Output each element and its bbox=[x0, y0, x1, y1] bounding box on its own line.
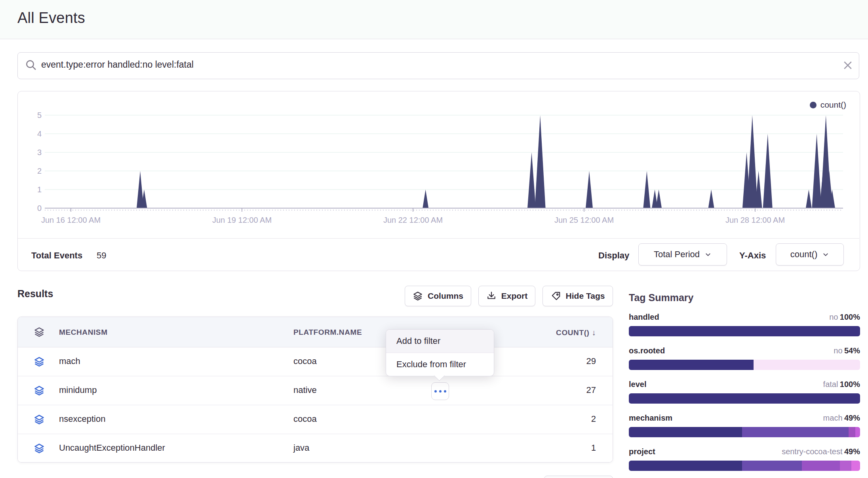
total-events-label: Total Events bbox=[31, 250, 82, 261]
tag-bar-segment[interactable] bbox=[629, 326, 860, 336]
cell-count[interactable]: 27 bbox=[586, 385, 596, 395]
hide-tags-button-label: Hide Tags bbox=[566, 291, 605, 301]
cell-platform[interactable]: java bbox=[293, 443, 309, 453]
cell-platform[interactable]: cocoa bbox=[293, 414, 317, 424]
tag-bar-segment[interactable] bbox=[629, 427, 742, 437]
menu-item-add-to-filter[interactable]: Add to filter bbox=[386, 330, 494, 353]
tag-bar-segment[interactable] bbox=[742, 461, 802, 471]
tag-name: os.rooted bbox=[629, 346, 665, 355]
tag-bar[interactable] bbox=[629, 326, 860, 336]
tag-top-value: mach bbox=[823, 414, 843, 422]
ellipsis-dot bbox=[444, 390, 446, 393]
table-row[interactable]: minidumpnative27 bbox=[18, 376, 613, 405]
display-dropdown[interactable]: Total Period bbox=[638, 243, 727, 266]
tag-name: level bbox=[629, 380, 646, 389]
events-chart-panel: count() 012345 Jun 16 12:00 AMJun 19 12:… bbox=[17, 91, 860, 271]
table-row[interactable]: nsexceptioncocoa2 bbox=[18, 405, 613, 434]
clear-search-icon[interactable] bbox=[842, 59, 854, 71]
x-tick-label: Jun 28 12:00 AM bbox=[712, 216, 799, 225]
total-events-value: 59 bbox=[97, 250, 106, 261]
top-header bbox=[0, 0, 868, 39]
display-dropdown-value: Total Period bbox=[654, 249, 700, 260]
tag-bar-segment[interactable] bbox=[629, 360, 754, 370]
tag-top-pct: 54% bbox=[844, 346, 860, 355]
export-button[interactable]: Export bbox=[478, 286, 535, 306]
cell-count[interactable]: 1 bbox=[591, 443, 596, 453]
tag-summary-title: Tag Summary bbox=[629, 292, 693, 303]
tag-item-header: projectsentry-cocoa-test 49% bbox=[629, 447, 860, 456]
column-header-count[interactable]: COUNT() ↓ bbox=[556, 328, 596, 337]
yaxis-label: Y-Axis bbox=[739, 250, 766, 261]
results-table: MECHANISM PLATFORM.NAME COUNT() ↓ machco… bbox=[17, 317, 613, 463]
tag-top-pct: 100% bbox=[840, 313, 860, 321]
y-tick-label: 2 bbox=[18, 166, 42, 176]
tag-bar-segment[interactable] bbox=[849, 427, 856, 437]
tag-bar[interactable] bbox=[629, 360, 860, 370]
layers-icon bbox=[34, 356, 45, 367]
tag-item-header: levelfatal 100% bbox=[629, 380, 860, 389]
sort-desc-icon: ↓ bbox=[592, 328, 596, 337]
download-icon bbox=[486, 291, 497, 301]
cell-actions-button[interactable] bbox=[431, 382, 449, 400]
tag-bar[interactable] bbox=[629, 427, 860, 437]
y-tick-label: 1 bbox=[18, 185, 42, 194]
layers-icon bbox=[34, 385, 45, 396]
cell-mechanism[interactable]: UncaughtExceptionHandler bbox=[59, 443, 165, 453]
tag-top-pct: 49% bbox=[844, 414, 860, 422]
cell-mechanism[interactable]: mach bbox=[59, 356, 80, 366]
x-tick-label: Jun 22 12:00 AM bbox=[369, 216, 457, 225]
chevron-down-icon bbox=[704, 251, 712, 258]
tag-top-pct: 100% bbox=[840, 380, 860, 389]
layers-icon bbox=[34, 414, 45, 425]
layers-icon bbox=[34, 326, 45, 338]
tag-item-header: os.rootedno 54% bbox=[629, 346, 860, 355]
tag-bar-segment[interactable] bbox=[855, 427, 860, 437]
display-label: Display bbox=[598, 250, 629, 261]
export-button-label: Export bbox=[501, 291, 528, 301]
tag-name: mechanism bbox=[629, 414, 672, 423]
tag-bar-segment[interactable] bbox=[629, 461, 742, 471]
ellipsis-dot bbox=[439, 390, 442, 393]
cell-count[interactable]: 2 bbox=[591, 414, 596, 424]
tag-bar-segment[interactable] bbox=[851, 461, 860, 471]
tag-bar[interactable] bbox=[629, 461, 860, 471]
column-header-platform[interactable]: PLATFORM.NAME bbox=[293, 328, 362, 337]
layers-icon bbox=[413, 291, 423, 301]
tag-item-header: handledno 100% bbox=[629, 313, 860, 322]
pagination-buttons[interactable] bbox=[544, 476, 613, 478]
tag-bar-segment[interactable] bbox=[742, 427, 849, 437]
tag-bar-segment[interactable] bbox=[754, 360, 860, 370]
y-tick-label: 4 bbox=[18, 129, 42, 138]
x-tick-label: Jun 16 12:00 AM bbox=[27, 216, 114, 225]
column-header-mechanism[interactable]: MECHANISM bbox=[59, 328, 108, 337]
chevron-down-icon bbox=[822, 251, 829, 258]
tag-bar-segment[interactable] bbox=[840, 461, 851, 471]
hide-tags-button[interactable]: Hide Tags bbox=[542, 286, 613, 306]
search-icon bbox=[25, 59, 37, 71]
tag-bar-segment[interactable] bbox=[629, 393, 860, 404]
page-title: All Events bbox=[17, 9, 85, 27]
search-query[interactable]: event.type:error handled:no level:fatal bbox=[41, 59, 194, 70]
columns-button-label: Columns bbox=[428, 291, 463, 301]
y-tick-label: 5 bbox=[18, 110, 42, 120]
tag-icon bbox=[551, 291, 561, 301]
columns-button[interactable]: Columns bbox=[405, 286, 471, 306]
tag-name: project bbox=[629, 447, 655, 456]
cell-platform[interactable]: cocoa bbox=[293, 356, 317, 366]
tag-top-value: no bbox=[834, 346, 842, 355]
x-tick-label: Jun 19 12:00 AM bbox=[198, 216, 286, 225]
table-header: MECHANISM PLATFORM.NAME COUNT() ↓ bbox=[18, 317, 613, 347]
cell-platform[interactable]: native bbox=[293, 385, 317, 395]
tag-top-value: sentry-cocoa-test bbox=[782, 447, 842, 456]
yaxis-dropdown[interactable]: count() bbox=[776, 243, 844, 266]
table-row[interactable]: machcocoa29 bbox=[18, 347, 613, 376]
cell-mechanism[interactable]: minidump bbox=[59, 385, 97, 395]
tag-bar-segment[interactable] bbox=[802, 461, 840, 471]
tag-top-value: fatal bbox=[823, 380, 838, 389]
cell-count[interactable]: 29 bbox=[586, 356, 596, 366]
table-row[interactable]: UncaughtExceptionHandlerjava1 bbox=[18, 434, 613, 463]
tag-name: handled bbox=[629, 313, 659, 322]
cell-mechanism[interactable]: nsexception bbox=[59, 414, 105, 424]
results-title: Results bbox=[17, 288, 53, 300]
tag-bar[interactable] bbox=[629, 393, 860, 404]
